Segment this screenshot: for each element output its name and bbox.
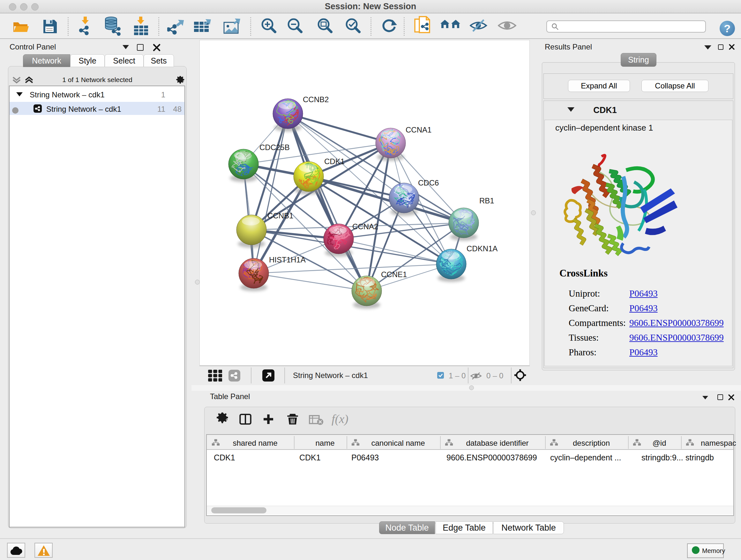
- svg-text:CDKN1A: CDKN1A: [467, 244, 497, 253]
- svg-text:CCNA2: CCNA2: [352, 222, 378, 231]
- svg-text:CDC25B: CDC25B: [259, 143, 290, 152]
- svg-text:CCNA1: CCNA1: [406, 125, 431, 134]
- svg-text:RB1: RB1: [479, 196, 494, 205]
- svg-text:CDK1: CDK1: [324, 157, 345, 166]
- svg-text:CDC6: CDC6: [418, 179, 439, 187]
- svg-text:CCNB2: CCNB2: [303, 95, 329, 104]
- svg-text:CCNB1: CCNB1: [267, 211, 293, 220]
- svg-text:CCNE1: CCNE1: [381, 270, 407, 279]
- svg-text:HIST1H1A: HIST1H1A: [269, 255, 306, 264]
